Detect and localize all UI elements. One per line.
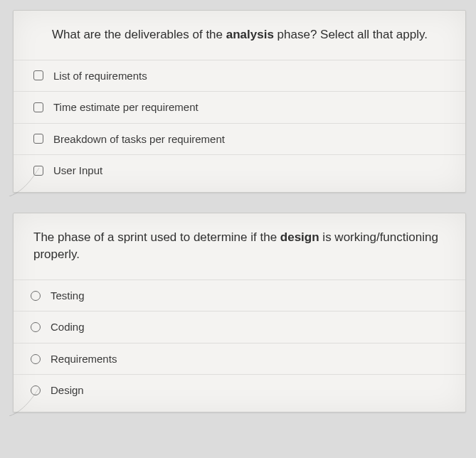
checkbox-icon[interactable] — [33, 166, 43, 176]
radio-icon[interactable] — [31, 291, 41, 301]
q1-option-label-0: List of requirements — [53, 69, 147, 83]
radio-icon[interactable] — [31, 322, 41, 332]
q2-option-label-2: Requirements — [51, 352, 117, 366]
q2-option-label-0: Testing — [51, 289, 85, 303]
q1-option-row-3[interactable]: User Input — [14, 154, 465, 186]
radio-icon[interactable] — [31, 385, 41, 395]
q1-option-row-0[interactable]: List of requirements — [14, 60, 465, 92]
q1-prompt-post: phase? Select all that apply. — [274, 28, 428, 41]
q2-option-row-2[interactable]: Requirements — [14, 343, 465, 375]
q2-option-label-1: Coding — [51, 320, 85, 334]
q1-option-label-1: Time estimate per requirement — [53, 100, 199, 114]
question-prompt-2: The phase of a sprint used to determine … — [14, 213, 465, 279]
q1-option-label-3: User Input — [53, 164, 102, 178]
q1-prompt-strong: analysis — [226, 28, 274, 41]
checkbox-icon[interactable] — [33, 134, 43, 144]
q2-option-row-3[interactable]: Design — [14, 374, 465, 406]
q2-option-row-1[interactable]: Coding — [14, 311, 465, 343]
question-prompt-1: What are the deliverables of the analysi… — [14, 11, 465, 60]
q2-prompt-pre: The phase of a sprint used to determine … — [33, 230, 280, 244]
q1-prompt-pre: What are the deliverables of the — [52, 28, 226, 41]
q1-option-row-1[interactable]: Time estimate per requirement — [14, 91, 465, 123]
q2-prompt-strong: design — [280, 230, 319, 244]
question-card-2: The phase of a sprint used to determine … — [13, 213, 466, 412]
q2-option-label-3: Design — [51, 383, 84, 398]
question-card-1: What are the deliverables of the analysi… — [13, 10, 466, 193]
q1-option-row-2[interactable]: Breakdown of tasks per requirement — [14, 123, 465, 155]
q1-option-label-2: Breakdown of tasks per requirement — [53, 132, 225, 147]
q2-option-row-0[interactable]: Testing — [14, 279, 465, 311]
radio-icon[interactable] — [31, 354, 41, 364]
checkbox-icon[interactable] — [33, 102, 43, 112]
checkbox-icon[interactable] — [33, 70, 43, 80]
